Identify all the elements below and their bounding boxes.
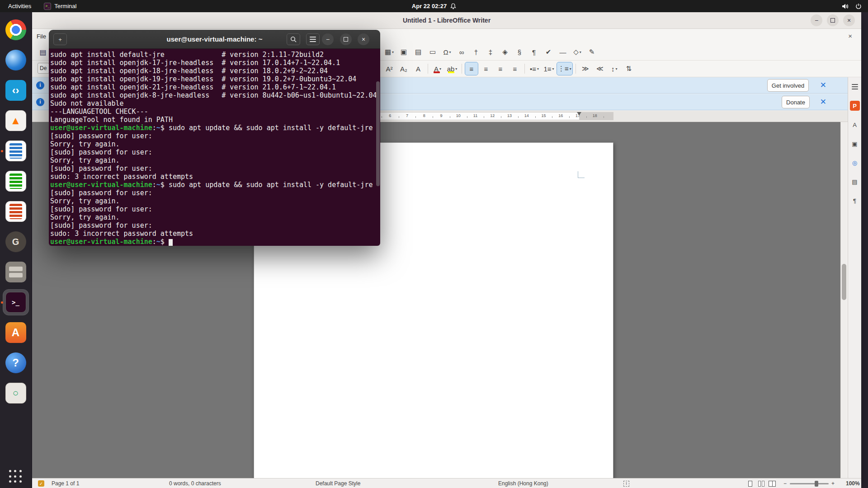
terminal-scrollbar-thumb[interactable] — [376, 81, 380, 186]
insert-footnote-button[interactable]: † — [470, 46, 482, 58]
dock-item-google-chrome[interactable] — [3, 17, 28, 42]
insert-cross-reference-button[interactable]: § — [513, 46, 526, 58]
insert-text-box-button[interactable]: ▭ — [426, 46, 439, 58]
show-applications-button[interactable] — [9, 470, 23, 483]
track-changes-button[interactable]: ✔ — [542, 46, 555, 58]
new-document-button[interactable]: ▤ — [37, 46, 49, 58]
menu-file[interactable]: File — [32, 33, 51, 40]
dock-item-libreoffice-impress[interactable] — [3, 199, 28, 224]
insert-image-button[interactable]: ▣ — [397, 46, 410, 58]
get-involved-button[interactable]: Get involved — [767, 79, 809, 92]
dock-item-terminal[interactable]: >_ — [3, 290, 28, 315]
sidebar-tab-properties[interactable]: P — [850, 101, 860, 111]
donate-button[interactable]: Donate — [782, 96, 810, 108]
notification-bell-icon[interactable] — [450, 3, 456, 9]
dock-item-vscode[interactable]: ‹› — [3, 78, 28, 103]
page-count[interactable]: Page 1 of 1 — [52, 479, 79, 488]
zoom-level[interactable]: 100% — [846, 479, 860, 488]
app-menu[interactable]: >_ Terminal — [39, 0, 81, 12]
document-close-icon[interactable]: × — [848, 32, 852, 40]
sidebar-tab-styles[interactable]: A — [850, 120, 860, 130]
decrease-indent-button[interactable]: ≪ — [594, 62, 606, 75]
dock-item-gimp[interactable]: G — [3, 229, 28, 254]
character-effects-button[interactable]: A — [412, 62, 425, 75]
close-button[interactable]: × — [843, 14, 855, 26]
increase-indent-button[interactable]: ≫ — [579, 62, 592, 75]
insert-hyperlink-button[interactable]: ∞ — [455, 46, 468, 58]
insert-special-character-button[interactable]: Ω▾ — [441, 46, 453, 58]
single-page-view-button[interactable] — [748, 479, 752, 488]
align-left-button[interactable]: ≡ — [465, 62, 478, 75]
highlight-color-button[interactable]: ab▾ — [446, 62, 458, 75]
draw-functions-button[interactable]: ✎ — [585, 46, 598, 58]
book-view-button[interactable] — [769, 479, 776, 488]
align-right-button[interactable]: ≡ — [494, 62, 507, 75]
insert-bookmark-button[interactable]: ◈ — [499, 46, 511, 58]
selection-mode[interactable]: I — [623, 479, 629, 488]
minimize-button[interactable]: − — [811, 14, 822, 26]
dock-item-vlc[interactable]: ▲ — [3, 108, 28, 133]
dock-item-ubuntu-software[interactable]: A — [3, 320, 28, 345]
track-changes-icon: ✔ — [546, 48, 552, 56]
menu-button[interactable] — [306, 33, 320, 45]
unordered-list-button[interactable]: •≡▾ — [528, 62, 541, 75]
dock-item-help[interactable]: ? — [3, 350, 28, 375]
dock-item-trash[interactable]: ○ — [3, 380, 28, 406]
new-tab-button[interactable]: + — [53, 33, 67, 45]
multi-page-view-button[interactable] — [758, 479, 764, 488]
sidebar-tab-navigator[interactable]: ◎ — [850, 158, 860, 168]
system-tray[interactable] — [842, 3, 868, 9]
ruler-tick — [450, 116, 450, 118]
terminal-maximize-button[interactable] — [340, 33, 352, 45]
character-effects-icon: A — [416, 65, 420, 73]
dock-item-web-browser[interactable] — [3, 47, 28, 73]
text-language[interactable]: English (Hong Kong) — [498, 479, 548, 488]
align-center-button[interactable]: ≡ — [480, 62, 492, 75]
paragraph-spacing-button[interactable]: ⇅ — [623, 62, 635, 75]
terminal-body[interactable]: sudo apt install default-jre # version 2… — [49, 49, 380, 246]
search-button[interactable] — [287, 33, 300, 45]
statusbar-icon[interactable]: ✓ — [38, 479, 44, 488]
zoom-slider[interactable] — [790, 479, 829, 488]
vertical-scrollbar[interactable] — [840, 122, 847, 478]
clock[interactable]: Apr 22 02:27 — [412, 3, 447, 9]
insert-endnote-button[interactable]: ‡ — [484, 46, 497, 58]
insert-chart-button[interactable]: ▤ — [412, 46, 425, 58]
terminal-close-button[interactable]: × — [358, 33, 369, 45]
dock-item-libreoffice-calc[interactable] — [3, 169, 28, 194]
word-count[interactable]: 0 words, 0 characters — [169, 479, 221, 488]
infobar-close-icon[interactable]: ✕ — [820, 98, 826, 107]
ordered-list-button[interactable]: 1≡▾ — [542, 62, 555, 75]
infobar-close-icon[interactable]: ✕ — [820, 81, 826, 90]
writer-titlebar[interactable]: Untitled 1 - LibreOffice Writer − × — [32, 12, 861, 29]
activities-button[interactable]: Activities — [0, 0, 39, 12]
statusbar: ✓ Page 1 of 1 0 words, 0 characters Defa… — [32, 478, 861, 488]
insert-horizontal-line-button[interactable]: — — [557, 46, 569, 58]
basic-shapes-button[interactable]: ◇▾ — [571, 46, 584, 58]
scrollbar-thumb[interactable] — [842, 264, 846, 300]
insert-hyperlink-icon: ∞ — [459, 48, 464, 56]
zoom-out-button[interactable]: − — [783, 479, 787, 488]
dock-item-files[interactable] — [3, 259, 28, 285]
terminal-minimize-button[interactable]: − — [322, 33, 334, 45]
sidebar-tab-gallery[interactable]: ▣ — [850, 139, 860, 149]
paragraph-style-combo[interactable]: De — [38, 63, 49, 74]
terminal-line: Sorry, try again. — [50, 197, 380, 205]
justify-button[interactable]: ≡ — [509, 62, 521, 75]
line-spacing-button[interactable]: ↕▾ — [608, 62, 621, 75]
maximize-button[interactable] — [827, 14, 839, 26]
insert-table-button[interactable]: ▦▾ — [383, 46, 396, 58]
insert-comment-button[interactable]: ¶ — [528, 46, 540, 58]
zoom-in-button[interactable]: + — [831, 479, 835, 488]
font-color-button[interactable]: A▾ — [431, 62, 444, 75]
terminal-titlebar[interactable]: + user@user-virtual-machine: ~ − × — [49, 30, 380, 49]
sidebar-settings-button[interactable] — [850, 82, 860, 92]
page-style[interactable]: Default Page Style — [316, 479, 360, 488]
sidebar-tab-page[interactable]: ▤ — [850, 177, 860, 187]
dock-item-libreoffice-writer[interactable] — [3, 138, 28, 164]
superscript-button[interactable]: A² — [383, 62, 396, 75]
subscript-button[interactable]: A₂ — [397, 62, 410, 75]
sidebar-tab-style-inspector[interactable]: ¶ — [850, 196, 860, 206]
outline-list-button[interactable]: ⋮≡▾ — [557, 62, 572, 75]
zoom-thumb[interactable] — [815, 481, 818, 487]
